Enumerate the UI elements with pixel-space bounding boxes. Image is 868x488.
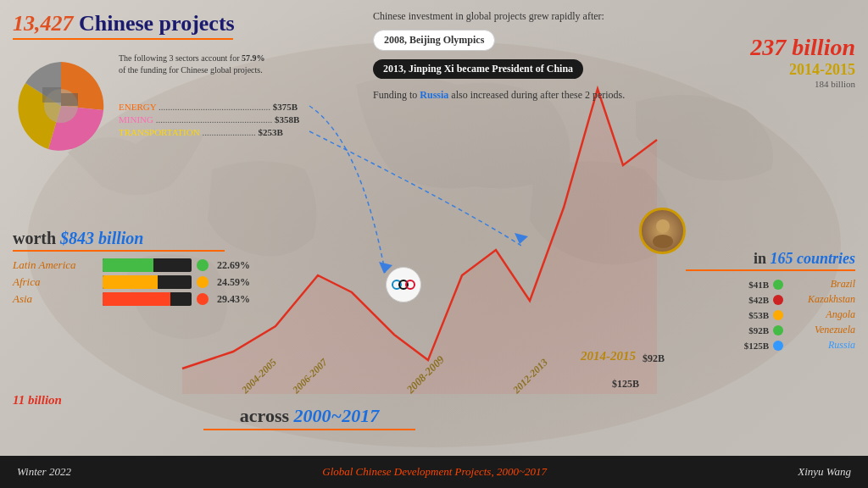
countries-title: in 165 countries xyxy=(669,250,855,268)
country-row-russia: $125B Russia xyxy=(669,339,855,352)
mining-label: MINING xyxy=(119,114,153,125)
africa-dot xyxy=(197,276,209,288)
svg-rect-15 xyxy=(42,87,61,103)
across-section: across 2000~2017 xyxy=(203,405,415,430)
energy-label: ENERGY xyxy=(119,102,156,112)
main-title: 13,427 Chinese projects xyxy=(13,10,267,36)
countries-section: in 165 countries $41B Brazil $42B Kazakh… xyxy=(669,250,855,354)
olympics-symbol xyxy=(386,267,421,302)
svg-rect-16 xyxy=(61,93,78,106)
title-underline xyxy=(13,38,233,40)
sectors-header-line1: The following 3 sectors account for xyxy=(119,53,239,63)
brazil-amount: $41B xyxy=(748,280,769,290)
svg-point-13 xyxy=(653,235,673,248)
sectors-header: The following 3 sectors account for 57.9… xyxy=(119,53,288,76)
asia-label: Asia xyxy=(13,292,97,306)
russia-chart-label: $125B xyxy=(612,378,639,391)
peak-value: 237 billion xyxy=(686,34,855,61)
africa-bar-track xyxy=(103,275,192,289)
annotation-intro: Chinese investment in global projects gr… xyxy=(373,10,695,23)
sectors-pct: 57.9% xyxy=(242,53,265,63)
russia-name: Russia xyxy=(420,89,448,101)
country-row-venezuela: $92B Venezuela xyxy=(669,324,855,336)
projects-label: Chinese projects xyxy=(79,11,235,36)
footer-left: Winter 2022 xyxy=(17,465,71,479)
russia-amount: $125B xyxy=(744,341,769,351)
russia-country-name: Russia xyxy=(787,339,855,352)
sectors-header-line2: of the funding for Chinese global projec… xyxy=(119,65,263,75)
latam-bar-fill xyxy=(103,258,153,272)
project-count: 13,427 xyxy=(13,11,74,36)
svg-text:2014-2015: 2014-2015 xyxy=(580,349,636,363)
latam-bar-track xyxy=(103,258,192,272)
africa-label: Africa xyxy=(13,275,97,289)
asia-bar-fill xyxy=(103,292,170,306)
country-row-angola: $53B Angola xyxy=(669,308,855,321)
event1-box: 2008, Beijing Olympics xyxy=(373,30,495,51)
main-container: 2004-2005 2006-2007 2008-2009 2012-2013 … xyxy=(0,0,868,488)
pie-chart-svg xyxy=(13,58,110,155)
kazakhstan-amount: $42B xyxy=(748,295,769,305)
top-center-section: Chinese investment in global projects gr… xyxy=(373,10,695,102)
worth-section: worth $843 billion Latin America 22.69% … xyxy=(13,229,250,309)
sector-labels: ENERGY .................................… xyxy=(119,102,299,140)
latam-label: Latin America xyxy=(13,258,97,272)
countries-underline xyxy=(686,269,855,271)
region-bar-latam: Latin America 22.69% xyxy=(13,258,250,272)
kazakhstan-name: Kazakhstan xyxy=(787,293,855,306)
footer-center: Global Chinese Development Projects, 200… xyxy=(322,465,547,479)
svg-marker-8 xyxy=(515,233,528,244)
region-bar-asia: Asia 29.43% xyxy=(13,292,250,306)
venezuela-amount: $92B xyxy=(748,325,769,336)
angola-dot xyxy=(773,310,783,320)
asia-pct: 29.43% xyxy=(217,293,250,306)
worth-label: worth xyxy=(13,229,56,247)
across-label: across xyxy=(240,405,289,426)
russia-annotation: Funding to Russia also increased during … xyxy=(373,89,695,102)
start-value-label: 11 billion xyxy=(13,393,62,408)
kazakhstan-dot xyxy=(773,295,783,305)
asia-dot xyxy=(197,293,209,305)
energy-amount: $375B xyxy=(273,102,298,112)
transport-label: TRANSPORTATION xyxy=(119,127,200,137)
across-text: across 2000~2017 xyxy=(203,405,415,427)
top-left-section: 13,427 Chinese projects xyxy=(13,10,267,47)
venezuela-name: Venezuela xyxy=(787,324,855,336)
bottom-bar: Winter 2022 Global Chinese Development P… xyxy=(0,456,868,488)
africa-pct: 24.59% xyxy=(217,276,250,289)
region-bar-africa: Africa 24.59% xyxy=(13,275,250,289)
angola-name: Angola xyxy=(787,308,855,321)
brazil-name: Brazil xyxy=(787,278,855,291)
russia-text-suffix: also increased during after these 2 peri… xyxy=(451,89,625,101)
brazil-dot xyxy=(773,280,783,290)
russia-dot xyxy=(773,341,783,351)
venezuela-chart-label: $92B xyxy=(643,352,665,365)
worth-underline xyxy=(13,250,225,252)
president-photo xyxy=(639,208,686,254)
country-row-brazil: $41B Brazil xyxy=(669,278,855,291)
across-years: 2000~2017 xyxy=(294,405,380,426)
countries-count: 165 countries xyxy=(770,250,855,267)
worth-amount: $843 billion xyxy=(60,229,143,247)
asia-bar-track xyxy=(103,292,192,306)
peak-year-label: 2014-2015 xyxy=(686,61,855,79)
right-section: 237 billion 2014-2015 184 billion xyxy=(686,34,855,89)
worth-title: worth $843 billion xyxy=(13,229,250,248)
transport-amount: $253B xyxy=(258,127,282,137)
footer-right: Xinyu Wang xyxy=(798,465,851,479)
venezuela-dot xyxy=(773,325,783,336)
across-underline xyxy=(203,429,415,430)
event2-box: 2013, Jinping Xi became President of Chi… xyxy=(373,59,583,79)
latam-dot xyxy=(197,259,209,271)
russia-text-prefix: Funding to xyxy=(373,89,417,101)
africa-bar-fill xyxy=(103,275,158,289)
angola-amount: $53B xyxy=(748,310,769,320)
mining-amount: $358B xyxy=(275,114,299,125)
countries-in-label: in xyxy=(754,250,766,267)
country-row-kazakhstan: $42B Kazakhstan xyxy=(669,293,855,306)
svg-point-12 xyxy=(656,219,670,233)
latam-pct: 22.69% xyxy=(217,259,250,272)
secondary-value: 184 billion xyxy=(686,79,855,89)
